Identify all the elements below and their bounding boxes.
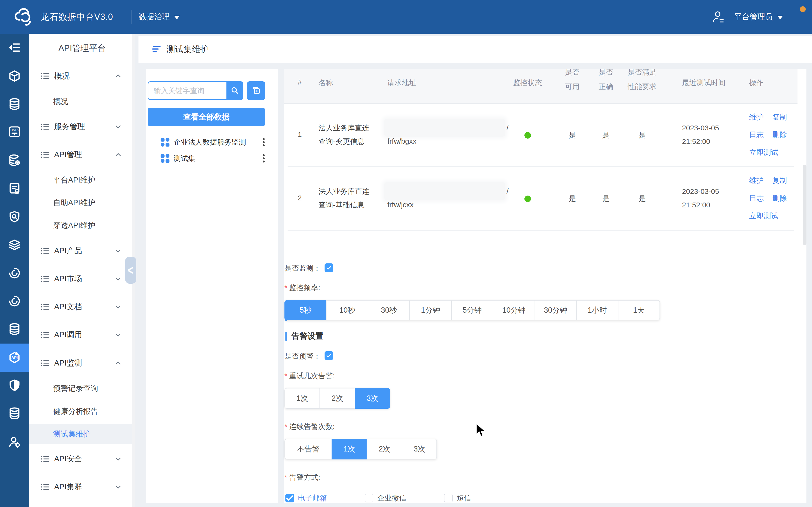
search-input[interactable] bbox=[148, 81, 226, 100]
sidebar-item-健康分析报告[interactable]: 健康分析报告 bbox=[29, 401, 132, 421]
frequency-option-10分钟[interactable]: 10分钟 bbox=[493, 300, 534, 320]
action-link-日志[interactable]: 日志 bbox=[749, 193, 764, 203]
chevron-down-icon bbox=[114, 483, 122, 491]
kebab-menu-icon[interactable] bbox=[262, 137, 265, 148]
retry-option-1次[interactable]: 1次 bbox=[285, 388, 319, 409]
sidebar-item-API市场[interactable]: API市场 bbox=[29, 269, 132, 289]
sidebar-item-穿透API维护[interactable]: 穿透API维护 bbox=[29, 215, 132, 236]
alert-method-短信[interactable]: 短信 bbox=[444, 493, 523, 503]
action-link-维护[interactable]: 维护 bbox=[749, 112, 764, 122]
retry-option-3次[interactable]: 3次 bbox=[355, 388, 390, 409]
rail-item-api-active[interactable]: API bbox=[0, 350, 29, 365]
frequency-option-5秒[interactable]: 5秒 bbox=[285, 300, 326, 320]
tree-item-企业法人数据服务监测[interactable]: 企业法人数据服务监测 bbox=[146, 134, 278, 150]
nav-data-governance[interactable]: 数据治理 bbox=[139, 0, 180, 34]
frequency-option-10秒[interactable]: 10秒 bbox=[326, 300, 367, 320]
consecutive-option-不告警[interactable]: 不告警 bbox=[285, 439, 332, 459]
rail-item-database[interactable] bbox=[0, 406, 29, 421]
rail-item-swirl[interactable] bbox=[0, 293, 29, 309]
api-icon: API bbox=[8, 351, 21, 364]
rail-item-collapse-menu[interactable] bbox=[0, 40, 29, 55]
list-icon bbox=[40, 71, 50, 81]
action-link-立即测试[interactable]: 立即测试 bbox=[749, 211, 778, 221]
rail-item-database[interactable] bbox=[0, 96, 29, 112]
topbar-divider bbox=[131, 10, 132, 24]
method-checkbox[interactable] bbox=[365, 494, 373, 502]
action-link-删除[interactable]: 删除 bbox=[772, 130, 787, 140]
rail-item-database-gear[interactable] bbox=[0, 153, 29, 168]
rail-item-layers[interactable] bbox=[0, 237, 29, 252]
action-link-维护[interactable]: 维护 bbox=[749, 176, 764, 186]
chevron-down-icon bbox=[777, 16, 783, 19]
method-checkbox[interactable] bbox=[444, 494, 453, 502]
rail-item-swirl[interactable] bbox=[0, 265, 29, 281]
sidebar-item-概况[interactable]: 概况 bbox=[29, 66, 132, 86]
sidebar-item-API文档[interactable]: API文档 bbox=[29, 297, 132, 317]
action-links: 立即测试 bbox=[749, 148, 778, 157]
rail-item-user-gear[interactable] bbox=[0, 434, 29, 450]
frequency-option-1分钟[interactable]: 1分钟 bbox=[409, 300, 451, 320]
sidebar-collapse-handle[interactable]: < bbox=[125, 257, 136, 284]
certificate-icon bbox=[8, 182, 21, 195]
rail-item-shield-half[interactable] bbox=[0, 378, 29, 393]
rail-item-data-import[interactable]: DATA bbox=[0, 124, 29, 139]
sidebar-item-API调用[interactable]: API调用 bbox=[29, 325, 132, 345]
alert-method-电子邮箱[interactable]: 电子邮箱 bbox=[286, 493, 365, 503]
list-icon bbox=[40, 274, 50, 284]
prewarn-checkbox[interactable] bbox=[324, 351, 333, 360]
action-links: 立即测试 bbox=[749, 211, 778, 221]
rail-item-cube[interactable] bbox=[0, 68, 29, 84]
frequency-option-30分钟[interactable]: 30分钟 bbox=[535, 300, 576, 320]
kebab-menu-icon[interactable] bbox=[262, 153, 265, 164]
cell-performance: 是 bbox=[639, 194, 646, 204]
frequency-option-1小时[interactable]: 1小时 bbox=[576, 300, 618, 320]
status-dot-green bbox=[524, 132, 531, 138]
rail-item-shield-search[interactable] bbox=[0, 209, 29, 225]
alert-method-企业微信[interactable]: 企业微信 bbox=[365, 493, 444, 503]
action-link-立即测试[interactable]: 立即测试 bbox=[749, 148, 778, 157]
action-link-日志[interactable]: 日志 bbox=[749, 130, 764, 140]
frequency-option-30秒[interactable]: 30秒 bbox=[368, 300, 409, 320]
frequency-option-5分钟[interactable]: 5分钟 bbox=[451, 300, 493, 320]
action-link-删除[interactable]: 删除 bbox=[772, 193, 787, 203]
sidebar-item-API管理[interactable]: API管理 bbox=[29, 145, 132, 165]
method-checkbox[interactable] bbox=[286, 494, 294, 502]
svg-text:DATA: DATA bbox=[10, 128, 18, 132]
user-menu[interactable]: 平台管理员 bbox=[711, 0, 783, 34]
sidebar-item-API产品[interactable]: API产品 bbox=[29, 241, 132, 261]
sidebar-item-平台API维护[interactable]: 平台API维护 bbox=[29, 170, 132, 190]
retry-option-2次[interactable]: 2次 bbox=[319, 388, 355, 409]
sidebar-item-概况[interactable]: 概况 bbox=[29, 91, 132, 112]
rail-item-database[interactable] bbox=[0, 321, 29, 337]
tree-item-测试集[interactable]: 测试集 bbox=[146, 151, 278, 166]
alert-settings-title-text: 告警设置 bbox=[292, 331, 323, 342]
sidebar-item-预警记录查询[interactable]: 预警记录查询 bbox=[29, 378, 132, 399]
search-button[interactable] bbox=[226, 81, 243, 100]
page-bottom-strip bbox=[135, 503, 812, 507]
sidebar-item-服务管理[interactable]: 服务管理 bbox=[29, 117, 132, 137]
sidebar-item-API安全[interactable]: API安全 bbox=[29, 449, 132, 469]
row-index: 1 bbox=[298, 130, 302, 138]
url-path: frfw/bgxx bbox=[388, 137, 416, 145]
rail-item-certificate[interactable] bbox=[0, 181, 29, 196]
monitor-checkbox[interactable] bbox=[324, 264, 333, 272]
sidebar-item-API监测[interactable]: API监测 bbox=[29, 353, 132, 373]
content-scrollbar[interactable] bbox=[803, 165, 806, 245]
consecutive-option-2次[interactable]: 2次 bbox=[367, 439, 402, 459]
svg-text:API: API bbox=[11, 356, 18, 360]
swirl-icon bbox=[8, 294, 21, 307]
sidebar-item-API集群[interactable]: API集群 bbox=[29, 477, 132, 497]
action-link-复制[interactable]: 复制 bbox=[772, 112, 787, 122]
add-test-set-button[interactable] bbox=[247, 81, 265, 100]
last-test-time: 2023-03-0521:52:00 bbox=[682, 121, 719, 148]
column-header-最近测试时间: 最近测试时间 bbox=[682, 78, 725, 88]
monitor-toggle-label: 是否监测： bbox=[285, 264, 321, 273]
sidebar-item-测试集维护[interactable]: 测试集维护 bbox=[29, 424, 132, 444]
view-all-data-button[interactable]: 查看全部数据 bbox=[148, 108, 265, 126]
consecutive-option-3次[interactable]: 3次 bbox=[402, 439, 437, 459]
consecutive-option-1次[interactable]: 1次 bbox=[332, 439, 367, 459]
frequency-option-1天[interactable]: 1天 bbox=[618, 300, 660, 320]
action-link-复制[interactable]: 复制 bbox=[772, 176, 787, 186]
sidebar-item-自助API维护[interactable]: 自助API维护 bbox=[29, 193, 132, 213]
database-icon bbox=[8, 407, 21, 420]
